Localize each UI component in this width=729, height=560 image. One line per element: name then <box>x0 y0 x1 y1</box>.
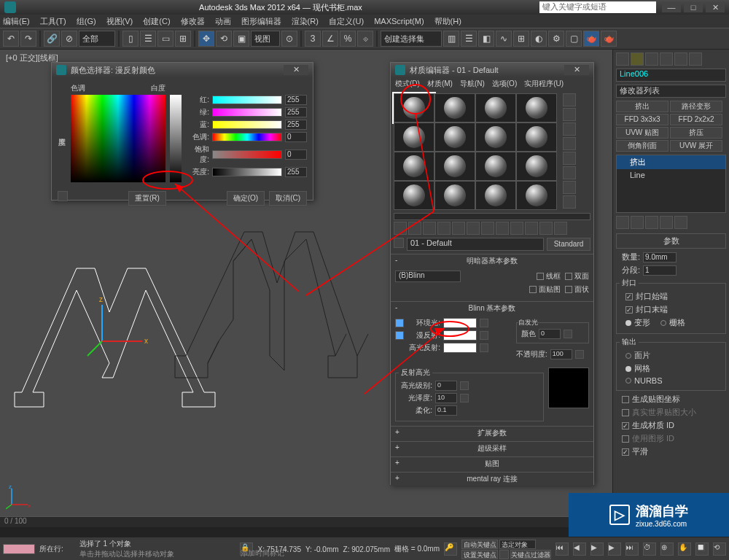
scope-dropdown[interactable]: 全部 <box>79 31 115 47</box>
rollout-head[interactable]: 扩展参数 <box>391 427 593 440</box>
modifier-list-dropdown[interactable]: 修改器列表 <box>616 85 726 98</box>
show-end-button[interactable] <box>525 222 538 235</box>
modifier-button[interactable]: 挤压 <box>670 127 722 139</box>
modify-tab[interactable] <box>631 52 644 66</box>
mat-menu[interactable]: 导航(N) <box>460 79 485 89</box>
wire-check[interactable] <box>537 273 544 280</box>
val-slider[interactable] <box>212 168 282 176</box>
mat-menu[interactable]: 选项(O) <box>492 79 517 89</box>
material-slot[interactable] <box>475 152 516 181</box>
prev-frame-button[interactable]: ◀ <box>573 542 586 556</box>
modifier-button[interactable]: 倒角剖面 <box>616 140 668 152</box>
show-map-button[interactable] <box>510 222 523 235</box>
menu-item[interactable]: 渲染(R) <box>292 16 319 27</box>
rollout-head[interactable]: 贴图 <box>391 457 593 470</box>
sample-type-button[interactable] <box>563 93 576 106</box>
uv-tiling-button[interactable] <box>563 137 576 150</box>
hue-slider[interactable] <box>212 133 282 141</box>
gen-map-check[interactable] <box>622 396 629 403</box>
gloss-spinner[interactable]: 10 <box>435 393 457 403</box>
goto-start-button[interactable]: ⏮ <box>555 542 569 556</box>
minimize-button[interactable]: — <box>662 2 681 12</box>
diffuse-map-button[interactable] <box>480 331 488 340</box>
material-slot[interactable] <box>475 93 516 122</box>
material-slot[interactable] <box>394 122 434 152</box>
menu-item[interactable]: 帮助(H) <box>434 16 461 27</box>
named-selset-dropdown[interactable]: 创建选择集 <box>381 31 442 47</box>
soften-spinner[interactable]: 0.1 <box>435 405 457 416</box>
render-frame-button[interactable]: ▢ <box>566 31 582 47</box>
menu-item[interactable]: 创建(C) <box>143 16 170 27</box>
segs-spinner[interactable]: 1 <box>643 265 677 276</box>
teapot-button[interactable]: 🫖 <box>601 31 617 47</box>
link-button[interactable]: 🔗 <box>44 31 60 47</box>
current-row[interactable] <box>3 544 35 554</box>
undo-button[interactable]: ↶ <box>3 31 19 47</box>
preview-button[interactable] <box>563 166 576 179</box>
modifier-button[interactable]: 路径变形 <box>670 101 722 112</box>
mat-menu[interactable]: 模式(D) <box>395 79 420 89</box>
menu-item[interactable]: MAXScript(M) <box>374 17 424 26</box>
sat-slider[interactable] <box>212 150 282 159</box>
diffuse-lock[interactable] <box>395 331 404 340</box>
use-shape-check[interactable] <box>622 435 629 443</box>
ambient-swatch[interactable] <box>443 318 477 328</box>
out-radio[interactable] <box>625 366 631 372</box>
make-unique-button[interactable] <box>467 222 480 235</box>
spinner-snap-button[interactable]: ⟐ <box>357 31 373 47</box>
blue-value[interactable]: 255 <box>285 120 307 130</box>
menu-item[interactable]: 图形编辑器 <box>241 16 281 27</box>
viewport-nav-button[interactable]: ⟲ <box>713 542 726 556</box>
smooth-check[interactable] <box>622 448 629 456</box>
material-slot[interactable] <box>475 122 516 152</box>
keyfilter-button[interactable]: 关键点过滤器 <box>510 550 551 559</box>
material-type-button[interactable]: Standard <box>547 238 590 251</box>
green-value[interactable]: 255 <box>285 107 307 117</box>
goto-end-button[interactable]: ⏭ <box>625 542 639 556</box>
opacity-spinner[interactable]: 100 <box>550 349 572 359</box>
modifier-stack[interactable]: 挤出 Line <box>616 155 726 213</box>
remove-mod-button[interactable] <box>660 216 673 229</box>
material-slot[interactable] <box>434 152 475 181</box>
twoside-check[interactable] <box>565 273 572 280</box>
motion-tab[interactable] <box>660 52 673 66</box>
facemap-check[interactable] <box>529 286 537 293</box>
menu-item[interactable]: 编辑(E) <box>3 16 30 27</box>
create-tab[interactable] <box>616 52 629 66</box>
modifier-button[interactable]: FFD 2x2x2 <box>670 114 722 125</box>
keymode-drop[interactable]: 选定对象 <box>499 540 536 549</box>
show-end-button[interactable] <box>631 216 644 229</box>
add-time-link[interactable]: 添加时间标记 <box>241 548 284 559</box>
schematic-button[interactable]: ⊞ <box>513 31 529 47</box>
faceted-check[interactable] <box>565 286 572 293</box>
setkey-button[interactable]: 设置关键点 <box>461 550 498 559</box>
ambient-map-button[interactable] <box>480 319 488 327</box>
rollout-params[interactable]: 参数 <box>616 233 726 249</box>
specular-swatch[interactable] <box>443 343 477 353</box>
hierarchy-tab[interactable] <box>645 52 658 66</box>
curve-editor-button[interactable]: ∿ <box>496 31 512 47</box>
put-to-lib-button[interactable] <box>481 222 494 235</box>
menu-item[interactable]: 视图(V) <box>106 16 133 27</box>
material-slot[interactable] <box>516 122 557 152</box>
reset-button[interactable] <box>437 222 451 235</box>
sat-value[interactable]: 0 <box>285 149 307 160</box>
out-radio[interactable] <box>625 353 631 359</box>
grid-radio[interactable] <box>660 320 666 326</box>
diffuse-swatch[interactable] <box>443 330 477 341</box>
whiteness-slider[interactable] <box>170 95 182 182</box>
cap-end-check[interactable] <box>625 306 633 314</box>
copy-button[interactable] <box>452 222 465 235</box>
hue-gradient[interactable] <box>71 95 165 182</box>
close-button[interactable]: ✕ <box>706 2 725 12</box>
basic-rollout-head[interactable]: Blinn 基本参数 <box>391 302 593 315</box>
val-value[interactable]: 255 <box>285 167 307 177</box>
select-button[interactable]: ▯ <box>122 31 139 47</box>
window-crossing-button[interactable]: ⊞ <box>175 31 191 47</box>
cancel-button[interactable]: 取消(C) <box>269 191 307 206</box>
put-to-scene-button[interactable] <box>408 222 421 235</box>
material-slot[interactable] <box>516 181 557 210</box>
utilities-tab[interactable] <box>689 52 702 66</box>
modifier-button[interactable]: 挤出 <box>616 101 668 112</box>
material-slot[interactable] <box>434 181 475 210</box>
